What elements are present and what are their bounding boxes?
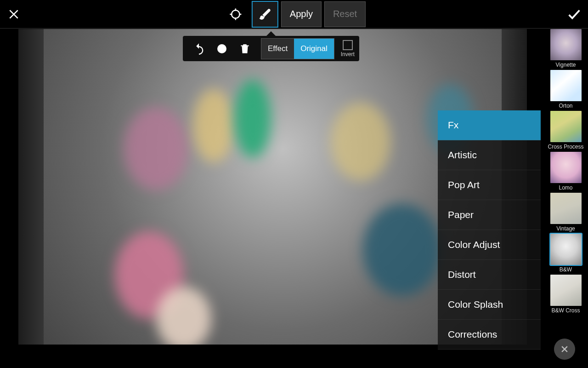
fx-category-paper[interactable]: Paper — [438, 200, 541, 230]
reset-button[interactable]: Reset — [324, 1, 366, 27]
fx-category-color-adjust[interactable]: Color Adjust — [438, 230, 541, 260]
preset-thumbnail — [550, 234, 582, 265]
fx-category-distort[interactable]: Distort — [438, 260, 541, 290]
invert-label: Invert — [341, 51, 355, 58]
target-tool-button[interactable] — [222, 1, 249, 28]
preset-vignette[interactable]: Vignette — [543, 29, 588, 68]
preset-b-w[interactable]: B&W — [543, 234, 588, 273]
close-icon — [8, 8, 20, 20]
preset-label: Orton — [559, 103, 572, 109]
preset-cross-process[interactable]: Cross Process — [543, 111, 588, 150]
apply-button[interactable]: Apply — [281, 1, 322, 27]
undo-icon — [192, 42, 205, 55]
preset-label: Lomo — [559, 184, 572, 191]
effects-category-menu: Fx Artistic Pop Art Paper Color Adjust D… — [438, 110, 541, 350]
svg-point-1 — [217, 44, 226, 53]
preset-thumbnail-strip[interactable]: VignetteOrtonCross ProcessLomoVintageB&W… — [543, 29, 588, 368]
fx-category-popart[interactable]: Pop Art — [438, 170, 541, 200]
preset-thumbnail — [550, 275, 582, 306]
undo-button[interactable] — [187, 36, 210, 61]
close-icon — [560, 345, 569, 354]
preset-thumbnail — [550, 111, 582, 142]
brush-size-button[interactable] — [210, 36, 233, 61]
circle-icon — [216, 43, 227, 54]
fx-category-corrections[interactable]: Corrections — [438, 320, 541, 350]
preset-thumbnail — [550, 152, 582, 183]
fx-category-fx[interactable]: Fx — [438, 110, 541, 140]
trash-icon — [239, 43, 251, 55]
preset-label: Cross Process — [548, 144, 583, 150]
invert-checkbox[interactable] — [343, 40, 353, 50]
dismiss-menu-button[interactable] — [554, 339, 575, 360]
preset-thumbnail — [550, 29, 582, 60]
preset-orton[interactable]: Orton — [543, 70, 588, 109]
close-button[interactable] — [0, 0, 28, 29]
brush-options-popup: Effect Original Invert — [183, 36, 359, 61]
preset-vintage[interactable]: Vintage — [543, 193, 588, 232]
preset-thumbnail — [550, 70, 582, 101]
target-icon — [229, 7, 243, 21]
fx-category-artistic[interactable]: Artistic — [438, 140, 541, 170]
effect-segment[interactable]: Effect — [261, 39, 294, 59]
brush-tool-button[interactable] — [252, 1, 278, 28]
preset-label: Vintage — [556, 225, 575, 232]
checkmark-icon — [566, 6, 582, 22]
effect-original-toggle: Effect Original — [261, 38, 334, 59]
preset-label: B&W Cross — [551, 307, 580, 314]
top-toolbar: Apply Reset — [0, 0, 588, 29]
preset-b-w-cross[interactable]: B&W Cross — [543, 275, 588, 314]
preset-label: B&W — [560, 266, 572, 273]
preset-lomo[interactable]: Lomo — [543, 152, 588, 191]
svg-point-0 — [232, 10, 240, 18]
invert-group: Invert — [341, 40, 355, 58]
preset-label: Vignette — [556, 62, 576, 68]
top-tools-group: Apply Reset — [222, 1, 366, 28]
preset-thumbnail — [550, 193, 582, 224]
brush-icon — [258, 7, 272, 21]
original-segment[interactable]: Original — [294, 39, 334, 59]
confirm-button[interactable] — [560, 0, 588, 29]
fx-category-color-splash[interactable]: Color Splash — [438, 290, 541, 320]
trash-button[interactable] — [233, 36, 256, 61]
